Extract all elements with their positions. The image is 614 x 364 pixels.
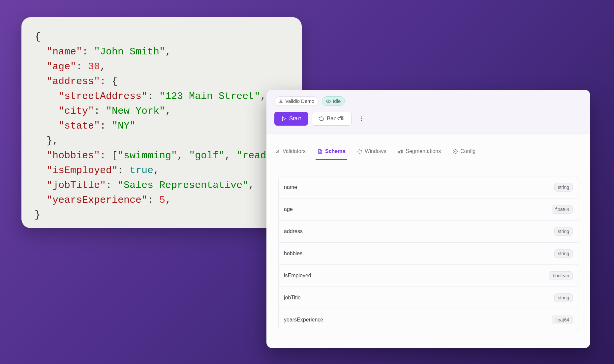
json-code-block: { "name": "John Smith", "age": 30, "addr…: [35, 30, 289, 223]
svg-point-3: [328, 101, 329, 102]
code-brace: {: [35, 31, 41, 43]
schema-field-type: string: [554, 293, 573, 302]
code-key: "jobTitle": [46, 180, 106, 191]
schema-field-name: name: [284, 184, 297, 190]
code-string: "Sales Representative": [118, 180, 248, 191]
schema-field-type: boolean: [549, 271, 573, 280]
source-icon: [279, 99, 283, 104]
code-key: "name": [46, 46, 82, 57]
schema-field-name: yearsExperience: [284, 317, 323, 323]
schema-field-type: string: [554, 183, 573, 192]
schema-row[interactable]: isEmployed boolean: [279, 265, 578, 287]
code-key: "hobbies": [46, 150, 100, 161]
svg-point-0: [281, 100, 281, 100]
svg-point-6: [361, 118, 362, 119]
schema-field-type: string: [554, 249, 573, 258]
schema-field-name: hobbies: [284, 251, 302, 257]
svg-marker-4: [282, 117, 285, 121]
tab-label: Segmentations: [406, 148, 441, 154]
code-key: "state": [58, 120, 100, 132]
code-string: "New York": [106, 106, 165, 117]
svg-rect-12: [400, 151, 401, 153]
tab-label: Schema: [325, 148, 345, 154]
code-key: "isEmployed": [46, 165, 118, 176]
schema-row[interactable]: yearsExperience float64: [279, 309, 578, 331]
code-boolean: true: [130, 165, 153, 176]
app-header: Validio Demo Idle Start Backfill: [266, 90, 590, 134]
schema-row[interactable]: name string: [279, 176, 578, 198]
tab-label: Windows: [365, 148, 386, 154]
more-menu-button[interactable]: [355, 113, 367, 125]
source-pill[interactable]: Validio Demo: [274, 96, 319, 106]
schema-field-type: float64: [552, 316, 573, 324]
backfill-button[interactable]: Backfill: [312, 112, 352, 126]
code-number: 5: [159, 195, 165, 206]
schema-panel: name string age float64 address string h…: [278, 176, 578, 331]
eye-icon: [326, 99, 331, 104]
tab-validators[interactable]: Validators: [273, 144, 308, 160]
code-key: "yearsExperience": [46, 195, 147, 206]
code-string: "John Smith": [94, 46, 165, 57]
tab-windows[interactable]: Windows: [355, 144, 388, 160]
svg-point-5: [361, 116, 362, 117]
code-string: "NY": [112, 120, 136, 132]
file-icon: [318, 149, 322, 154]
gear-icon: [453, 149, 458, 154]
chart-icon: [398, 149, 403, 154]
code-key: "streetAddress": [58, 91, 147, 102]
schema-field-name: age: [284, 206, 293, 212]
status-pill-label: Idle: [333, 98, 341, 104]
source-pill-label: Validio Demo: [285, 98, 314, 104]
tab-config[interactable]: Config: [451, 144, 477, 160]
validio-app-card: Validio Demo Idle Start Backfill Vali: [266, 90, 590, 348]
schema-row[interactable]: address string: [279, 221, 578, 243]
refresh-icon: [319, 116, 324, 121]
schema-field-name: address: [284, 228, 303, 234]
header-actions: Start Backfill: [274, 112, 582, 126]
svg-point-1: [280, 102, 280, 103]
code-number: 30: [88, 61, 100, 72]
tab-label: Validators: [283, 148, 306, 154]
schema-field-name: isEmployed: [284, 273, 311, 279]
start-button-label: Start: [289, 115, 301, 122]
schema-row[interactable]: age float64: [279, 198, 578, 221]
code-string: "123 Main Street": [159, 91, 260, 102]
refresh-icon: [357, 149, 362, 154]
code-key: "address": [46, 76, 100, 87]
json-code-card: { "name": "John Smith", "age": 30, "addr…: [21, 17, 302, 228]
schema-field-name: jobTitle: [284, 295, 301, 301]
tab-bar: Validators Schema Windows Segmentations …: [266, 144, 590, 160]
svg-point-14: [455, 151, 456, 152]
tab-label: Config: [460, 148, 476, 154]
scan-icon: [275, 149, 280, 154]
svg-rect-11: [399, 151, 400, 153]
more-vertical-icon: [358, 116, 364, 122]
code-brace: }: [35, 209, 41, 221]
svg-point-2: [282, 102, 282, 103]
svg-point-7: [361, 120, 362, 121]
schema-field-type: float64: [552, 205, 573, 214]
backfill-button-label: Backfill: [327, 115, 345, 122]
code-key: "city": [58, 106, 94, 117]
schema-row[interactable]: hobbies string: [279, 243, 578, 265]
tab-schema[interactable]: Schema: [316, 144, 347, 160]
start-button[interactable]: Start: [274, 112, 308, 126]
schema-row[interactable]: jobTitle string: [279, 287, 578, 309]
svg-rect-13: [402, 150, 403, 153]
play-icon: [281, 116, 287, 121]
schema-field-type: string: [554, 227, 573, 236]
tab-segmentations[interactable]: Segmentations: [396, 144, 443, 160]
status-pill: Idle: [322, 96, 345, 106]
code-key: "age": [46, 61, 76, 72]
header-top-row: Validio Demo Idle: [274, 96, 582, 106]
